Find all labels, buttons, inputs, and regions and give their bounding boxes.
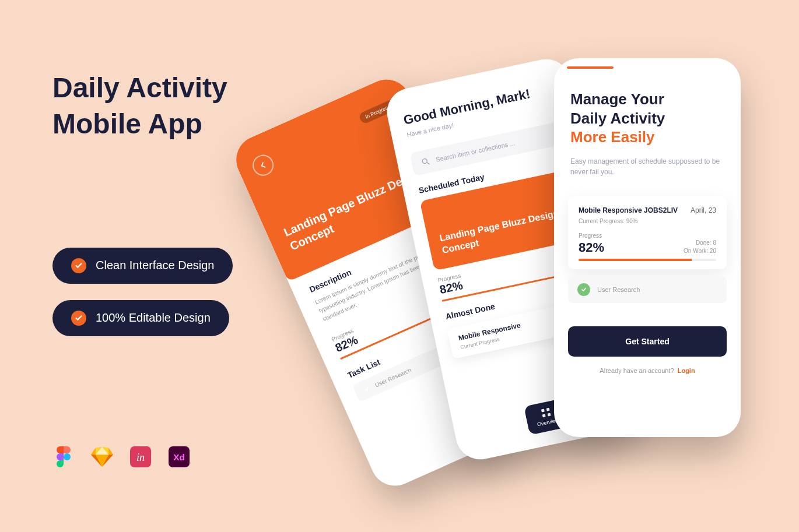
login-link[interactable]: Login — [678, 367, 695, 374]
sketch-icon — [91, 446, 113, 468]
hero: Manage Your Daily Activity More Easily E… — [554, 69, 741, 184]
progress-bar — [579, 259, 716, 261]
feature-label: 100% Editable Design — [96, 311, 211, 325]
svg-text:in: in — [136, 452, 145, 463]
invision-icon: in — [129, 446, 152, 468]
preview-card: Mobile Responsive JOBS2LIV April, 23 Cur… — [568, 196, 727, 269]
task-row[interactable]: User Research — [568, 276, 727, 303]
adobe-xd-icon: Xd — [168, 446, 190, 468]
svg-rect-7 — [546, 408, 549, 411]
progress-row: Progress 82% Done: 8 On Work: 20 — [579, 232, 716, 255]
hero-subtitle: Easy management of schedule suppossed to… — [570, 156, 724, 177]
hero-line-3: More Easily — [570, 128, 655, 146]
search-icon — [420, 156, 431, 167]
onwork-count: On Work: 20 — [684, 247, 716, 255]
card-current-progress: Current Progress: 90% — [579, 218, 716, 224]
progress-stats: Done: 8 On Work: 20 — [684, 239, 716, 255]
progress-label: Progress — [579, 232, 604, 239]
app-screen-onboarding: Manage Your Daily Activity More Easily E… — [554, 58, 741, 437]
figma-icon — [52, 446, 75, 468]
check-circle-icon — [577, 283, 590, 296]
card-date: April, 23 — [691, 206, 716, 214]
hero-line-1: Manage Your — [570, 90, 664, 108]
feature-pill-2: 100% Editable Design — [52, 300, 229, 336]
feature-pill-1: Clean Interface Design — [52, 248, 233, 284]
card-title: Landing Page Bluzz Design Concept — [439, 208, 560, 255]
card-title: Mobile Responsive JOBS2LIV — [579, 206, 678, 214]
footer-text: Already have an account? — [600, 367, 674, 374]
check-icon — [71, 258, 86, 273]
cta-label: Get Started — [625, 337, 669, 346]
title-line-1: Daily Activity — [52, 70, 344, 106]
task-label: User Research — [597, 286, 640, 293]
svg-text:Xd: Xd — [173, 452, 185, 462]
svg-point-0 — [64, 453, 71, 460]
svg-point-5 — [422, 158, 427, 164]
check-circle-icon — [362, 385, 372, 394]
login-footer: Already have an account? Login — [554, 367, 741, 374]
svg-rect-8 — [542, 414, 545, 417]
grid-icon — [540, 407, 551, 418]
done-count: Done: 8 — [684, 239, 716, 247]
check-icon — [71, 311, 86, 326]
task-label: User Research — [374, 367, 412, 388]
progress-value: 82% — [579, 240, 604, 255]
svg-rect-6 — [541, 409, 545, 413]
get-started-button[interactable]: Get Started — [568, 326, 727, 357]
back-button[interactable] — [249, 152, 277, 179]
hero-line-2: Daily Activity — [570, 110, 665, 127]
feature-label: Clean Interface Design — [96, 259, 214, 272]
card-header: Mobile Responsive JOBS2LIV April, 23 — [579, 206, 716, 214]
hero-title: Manage Your Daily Activity More Easily — [570, 90, 724, 147]
tool-icons-row: in Xd — [52, 446, 190, 468]
svg-rect-9 — [547, 413, 551, 417]
